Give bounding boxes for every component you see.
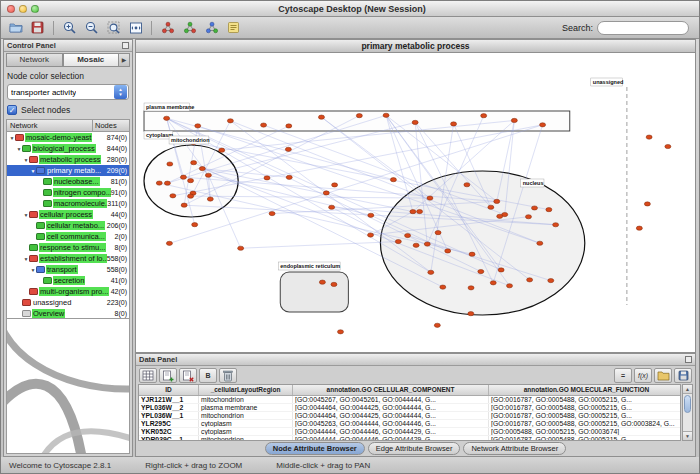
tree-node-label: nitrogen compo... [53,188,111,197]
network-overview-thumbnail[interactable] [6,319,130,454]
table-row[interactable]: YLR295Ccytoplasm[GO:0045263, GO:0044444,… [139,420,680,428]
column-header[interactable]: annotation.GO CELLULAR_COMPONENT [293,385,489,395]
open-session-icon[interactable] [5,18,26,37]
control-panel-tab-mosaic[interactable]: Mosaic [63,53,120,67]
annotation-icon[interactable] [223,18,244,37]
tab-node-attribute-browser[interactable]: Node Attribute Browser [265,442,365,455]
tree-item[interactable]: cellular metabo...206(0) [7,220,129,231]
save-attributes-icon[interactable] [674,368,692,383]
table-row[interactable]: YPL036W__2plasma membrane[GO:0044464, GO… [139,404,680,412]
tree-node-count: 44(0) [111,211,129,218]
zoom-window-icon[interactable] [31,5,39,13]
network-canvas[interactable]: plasma membranecytoplasmmitochondrionnuc… [136,53,695,352]
new-attribute-icon[interactable] [159,368,177,383]
tree-item[interactable]: nitrogen compo...91(0) [7,187,129,198]
tree-item[interactable]: Overview8(0) [7,308,129,319]
table-cell: [GO:0016787, GO:0005488, GO:0005215, G..… [489,436,681,441]
search-input[interactable] [597,21,689,35]
equation-icon[interactable]: = [614,368,632,383]
scrollbar-thumb[interactable] [684,395,691,413]
column-header[interactable]: annotation.GO MOLECULAR_FUNCTION [489,385,681,395]
minimize-window-icon[interactable] [19,5,27,13]
tree-item[interactable]: response to stimu...8(0) [7,242,129,253]
network-column-header[interactable]: Network [7,120,93,131]
network-view-title[interactable]: primary metabolic process [136,40,695,53]
tab-overflow-icon[interactable]: ▶ [119,53,130,67]
tab-edge-attribute-browser[interactable]: Edge Attribute Browser [368,442,461,455]
column-header[interactable]: _cellularLayoutRegion [199,385,293,395]
zoom-out-icon[interactable] [81,18,102,37]
main-toolbar: Search: [1,17,699,39]
tree-item[interactable]: ▼biological_process844(0) [7,143,129,154]
zoom-fit-icon[interactable] [125,18,146,37]
tree-node-count: 81(0) [111,178,129,185]
select-nodes-checkbox[interactable]: ✓ [7,105,17,115]
table-cell: mitochondrion [199,436,293,441]
toolbar-separator [53,21,54,35]
tree-node-count: 41(0) [111,277,129,284]
zoom-in-icon[interactable] [59,18,80,37]
column-header[interactable]: ID [139,385,199,395]
tree-item[interactable]: ▼mosaic-demo-yeast874(0) [7,132,129,143]
tree-node-count: 8(0) [115,244,129,251]
tree-node-label: secretion [53,276,85,285]
tree-item[interactable]: cell communica...2(0) [7,231,129,242]
tree-node-count: 8(0) [115,310,129,317]
network-red-icon[interactable] [157,18,178,37]
tree-node-count: 558(0) [107,266,129,273]
tree-item[interactable]: ▼primary metab...209(0) [7,165,129,176]
scroll-down-icon[interactable]: ▼ [683,431,692,440]
function-builder-icon[interactable]: f(x) [634,368,652,383]
table-row[interactable]: YDR039C__1mitochondrion[GO:0044444, GO:0… [139,436,680,441]
trash-icon[interactable] [219,368,237,383]
control-panel-tab-network[interactable]: Network [6,53,63,67]
tree-item[interactable]: secretion41(0) [7,275,129,286]
tree-node-count: 91(0) [111,189,129,196]
delete-attribute-icon[interactable] [179,368,197,383]
close-window-icon[interactable] [7,5,15,13]
svg-text:mitochondrion: mitochondrion [171,137,210,143]
float-panel-icon[interactable] [685,356,692,363]
tree-item[interactable]: ▼cellular process44(0) [7,209,129,220]
save-session-icon[interactable] [27,18,48,37]
table-row[interactable]: YJR121W__1mitochondrion[GO:0045267, GO:0… [139,396,680,404]
tree-item[interactable]: ▼transport558(0) [7,264,129,275]
table-row[interactable]: YPL036W__1mitochondrion[GO:0044464, GO:0… [139,412,680,420]
nodes-column-header[interactable]: Nodes [93,120,129,131]
tree-node-label: cellular metabo... [46,221,105,230]
tree-item[interactable]: unassigned223(0) [7,297,129,308]
svg-text:unassigned: unassigned [593,79,624,85]
tree-item[interactable]: multi-organism pro...42(0) [7,286,129,297]
tree-item[interactable]: nucleobase...81(0) [7,176,129,187]
table-cell: [GO:0016787, GO:0005488, GO:0005215, G..… [489,396,681,403]
rename-attribute-icon[interactable]: B [199,368,217,383]
tree-node-label: cell communica... [46,232,106,241]
node-color-selection-label: Node color selection [7,71,129,81]
tree-node-count: 844(0) [107,145,129,152]
node-color-dropdown[interactable]: transporter activity ▲▼ [7,84,129,100]
tree-node-count: 558(0) [107,255,129,262]
import-attributes-icon[interactable] [654,368,672,383]
tree-item[interactable]: macromolecule...311(0) [7,198,129,209]
tree-item[interactable]: ▼establishment of lo...558(0) [7,253,129,264]
search-label: Search: [562,23,593,33]
tree-node-label: establishment of lo... [39,254,107,263]
tree-node-icon [36,222,45,229]
table-row[interactable]: YKR052Ccytoplasm[GO:0044444, GO:0044446,… [139,428,680,436]
tree-node-count: 2(0) [115,233,129,240]
network-green-icon[interactable] [179,18,200,37]
table-cell: YPL036W__2 [139,404,199,411]
tree-node-count: 311(0) [107,200,129,207]
tree-item[interactable]: ▼metabolic process280(0) [7,154,129,165]
network-blue-icon[interactable] [201,18,222,37]
tree-node-icon [36,266,45,273]
select-attributes-icon[interactable] [139,368,157,383]
tab-network-attribute-browser[interactable]: Network Attribute Browser [463,442,566,455]
control-panel-title: Control Panel [7,41,56,50]
table-scrollbar[interactable]: ▲ ▼ [682,384,693,441]
network-tree: ▼mosaic-demo-yeast874(0)▼biological_proc… [6,131,130,319]
float-panel-icon[interactable] [122,42,129,49]
scroll-up-icon[interactable]: ▲ [683,385,692,394]
zoom-selected-icon[interactable] [103,18,124,37]
table-cell: [GO:0045263, GO:0044444, GO:0044446, G..… [293,420,489,427]
